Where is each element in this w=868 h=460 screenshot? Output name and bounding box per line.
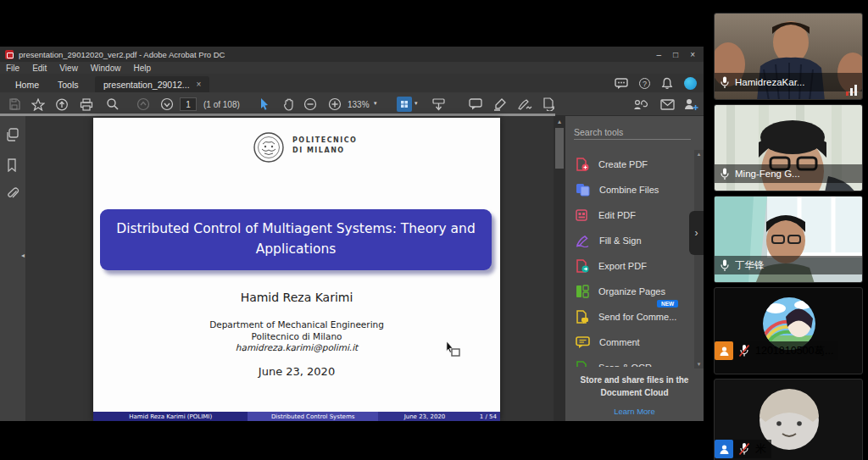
tab-close-icon[interactable]: × — [197, 80, 202, 89]
panel-scroll-down-icon[interactable]: ▾ — [694, 361, 704, 368]
minimize-button[interactable]: – — [657, 50, 662, 59]
tool-edit-pdf[interactable]: Edit PDF — [576, 206, 703, 224]
tool-label: Edit PDF — [598, 210, 636, 220]
share-cloud-icon[interactable] — [54, 97, 70, 112]
star-favorite-icon[interactable] — [31, 97, 46, 112]
presenter-badge-icon — [715, 341, 733, 360]
participant-tile[interactable]: Ming-Feng G... — [714, 104, 863, 191]
send-document-icon[interactable] — [541, 97, 556, 112]
attachments-icon[interactable] — [6, 187, 19, 201]
menu-edit[interactable]: Edit — [32, 64, 47, 73]
print-icon[interactable] — [79, 97, 94, 112]
tool-send-for-comments[interactable]: Send for Comme... NEW — [576, 308, 703, 326]
tool-label: Organize Pages — [598, 286, 665, 297]
collapse-panel-chevron-icon[interactable]: › — [689, 211, 704, 255]
tab-bar: Home Tools presentation_29012... × ? — [0, 74, 704, 92]
email-icon[interactable] — [659, 97, 675, 112]
remote-cursor-icon — [441, 341, 463, 357]
previous-page-icon[interactable] — [136, 97, 151, 112]
select-tool-icon[interactable] — [257, 97, 272, 112]
comments-panel-icon[interactable] — [615, 78, 628, 90]
video-conference-screen: presentation_29012020_ver2.pdf - Adobe A… — [0, 0, 868, 460]
tab-tools[interactable]: Tools — [49, 76, 87, 92]
fill-sign-tool-icon[interactable] — [517, 97, 532, 112]
menu-view[interactable]: View — [59, 64, 78, 73]
participant-tile[interactable]: 丁华锋 — [714, 196, 863, 283]
account-avatar[interactable] — [684, 77, 697, 90]
participant-name-bar: 1201810500葛... — [715, 341, 838, 360]
help-icon[interactable]: ? — [639, 78, 650, 89]
highlighter-icon[interactable] — [492, 97, 508, 112]
maximize-button[interactable]: □ — [673, 50, 678, 59]
scrollbar-thumb[interactable] — [555, 128, 564, 169]
polimi-logo: POLITECNICO DI MILANO — [253, 130, 357, 164]
bookmarks-icon[interactable] — [6, 158, 19, 172]
collapse-rail-icon[interactable]: ◂ — [21, 252, 25, 259]
slide-institution: Politecnico di Milano — [93, 331, 500, 341]
participant-name: HamidrezaKar... — [735, 77, 804, 87]
search-icon[interactable] — [105, 97, 120, 112]
tool-combine-files[interactable]: Combine Files — [576, 180, 703, 199]
tool-label: Export PDF — [598, 261, 647, 271]
pdf-file-icon — [5, 50, 14, 59]
create-pdf-icon — [576, 158, 589, 171]
page-number-input[interactable] — [180, 97, 197, 111]
send-for-comments-icon — [576, 310, 589, 324]
scroll-up-icon[interactable]: ▴ — [554, 118, 565, 125]
logo-line-2: DI MILANO — [292, 147, 345, 154]
tool-export-pdf[interactable]: Export PDF — [576, 257, 703, 275]
page-display-icon[interactable] — [397, 97, 412, 112]
menu-file[interactable]: File — [6, 64, 19, 73]
microphone-icon — [720, 76, 730, 89]
page-display-dropdown-icon[interactable]: ▾ — [415, 100, 418, 107]
learn-more-link[interactable]: Learn More — [614, 407, 655, 416]
next-page-icon[interactable] — [159, 97, 175, 112]
tool-comment[interactable]: Comment — [576, 333, 703, 352]
tool-organize-pages[interactable]: Organize Pages — [576, 282, 703, 301]
tool-create-pdf[interactable]: Create PDF — [576, 155, 703, 174]
organize-pages-icon — [576, 285, 589, 298]
participant-tile[interactable]: HamidrezaKar... — [714, 13, 863, 100]
window-titlebar[interactable]: presentation_29012020_ver2.pdf - Adobe A… — [0, 47, 704, 62]
window-title: presentation_29012020_ver2.pdf - Adobe A… — [19, 50, 225, 59]
menu-help[interactable]: Help — [133, 64, 151, 73]
notifications-bell-icon[interactable] — [661, 77, 673, 90]
save-icon[interactable] — [7, 97, 22, 112]
tools-panel-scrollbar[interactable]: ▴ ▾ — [694, 150, 704, 369]
close-button[interactable]: × — [690, 50, 695, 59]
tool-scan-ocr[interactable]: Scan & OCR — [576, 358, 703, 367]
participant-name: 丁华锋 — [735, 259, 765, 272]
fill-sign-icon — [576, 234, 590, 247]
hand-tool-icon[interactable] — [281, 97, 297, 112]
fit-width-icon[interactable] — [431, 97, 446, 112]
tool-label: Create PDF — [598, 159, 648, 169]
zoom-in-icon[interactable] — [327, 97, 342, 112]
zoom-dropdown-icon[interactable]: ▾ — [374, 100, 377, 107]
participant-name: Ming-Feng G... — [735, 169, 800, 179]
zoom-level-value[interactable]: 133% — [348, 100, 370, 109]
tab-home[interactable]: Home — [7, 76, 47, 92]
pdf-slide-page: POLITECNICO DI MILANO Distributed Contro… — [93, 118, 500, 421]
add-user-icon[interactable] — [683, 97, 698, 112]
panel-scroll-up-icon[interactable]: ▴ — [694, 151, 704, 158]
document-scrollbar[interactable]: ▴ — [554, 116, 565, 421]
document-workspace: ◂ POLITECNICO DI MILANO — [0, 116, 704, 421]
main-toolbar: (1 of 108) 133% ▾ ▾ — [0, 92, 704, 116]
slide-footer-date: June 23, 2020 — [378, 413, 471, 420]
new-badge: NEW — [657, 300, 678, 308]
page-thumbnails-icon[interactable] — [6, 128, 19, 141]
tool-fill-sign[interactable]: Fill & Sign — [576, 231, 703, 250]
zoom-out-icon[interactable] — [303, 97, 318, 112]
menu-window[interactable]: Window — [91, 64, 121, 73]
participant-tile[interactable]: 米 — [714, 379, 863, 460]
share-link-icon[interactable] — [633, 97, 648, 112]
participant-name-bar: 丁华锋 — [715, 256, 862, 274]
comment-tool-icon[interactable] — [468, 97, 483, 112]
tools-list: Create PDF Combine Files Edit PDF Fill &… — [565, 152, 704, 367]
slide-footer-bar: Hamid Reza Karimi (POLIMI) Distributed C… — [93, 412, 500, 421]
tools-search-input[interactable] — [574, 125, 691, 140]
slide-title-line1: Distributed Control of Multiagent System… — [116, 221, 476, 236]
participant-tile[interactable]: 1201810500葛... — [714, 287, 863, 374]
attendee-badge-icon — [715, 440, 733, 458]
tab-document[interactable]: presentation_29012... × — [95, 76, 209, 92]
